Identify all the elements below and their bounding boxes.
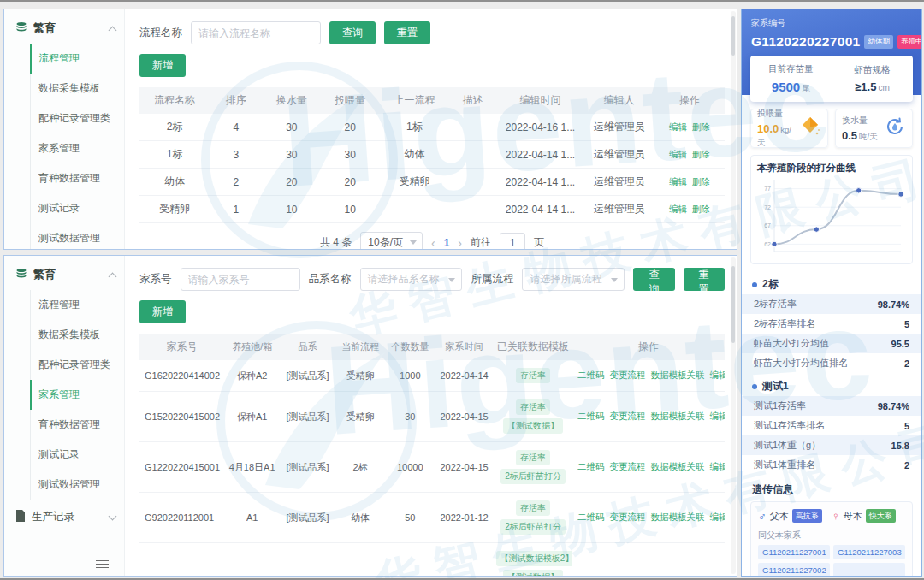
edit-link[interactable]: 编辑: [710, 370, 725, 380]
add-button[interactable]: 新增: [139, 300, 186, 323]
template-assoc-link[interactable]: 数据模板关联: [651, 512, 705, 522]
family-id-pill[interactable]: G1120211227003: [833, 545, 905, 559]
table-cell: A1: [224, 493, 280, 543]
template-tag[interactable]: 存活率: [516, 450, 550, 465]
sidebar-item-menu[interactable]: 测试记录: [4, 440, 124, 470]
prev-page-button[interactable]: ‹: [431, 236, 435, 250]
table-cell: 30: [321, 141, 379, 169]
table-cell: 10: [321, 196, 379, 223]
scrollbar-track[interactable]: [731, 11, 736, 247]
goto-page-input[interactable]: [500, 233, 525, 251]
delete-link[interactable]: 删除: [692, 204, 710, 214]
template-assoc-link[interactable]: 数据模板关联: [651, 370, 705, 380]
column-header: 养殖池/箱: [224, 334, 280, 360]
family-table-row: G920220112001A1[测试品系]幼体502022-01-12存活率2标…: [139, 493, 725, 543]
sidebar-item-menu[interactable]: 配种记录管理类: [4, 350, 124, 380]
qrcode-link[interactable]: 二维码: [578, 411, 605, 421]
sidebar-item-menu[interactable]: 流程管理: [4, 290, 124, 320]
family-id-pill[interactable]: G1120211227001: [758, 545, 830, 559]
change-process-link[interactable]: 变更流程: [610, 411, 646, 421]
template-tag[interactable]: 【测试数据】: [503, 570, 563, 577]
sidebar-item-active[interactable]: 家系管理: [4, 380, 124, 410]
family-id-pill[interactable]: G1120211227002: [758, 563, 830, 576]
next-page-button[interactable]: ›: [458, 236, 462, 250]
table-cell: 2022-04-16 1...: [496, 114, 584, 141]
table-cell: 2022-04-14 1...: [496, 141, 584, 169]
query-button[interactable]: 查询: [329, 21, 376, 44]
sidebar-item-production[interactable]: 生产记录: [4, 500, 124, 533]
scrollbar-track[interactable]: [731, 257, 736, 574]
sidebar-section-breeding[interactable]: 繁育: [4, 256, 124, 290]
reset-button[interactable]: 重置: [384, 21, 430, 44]
delete-link[interactable]: 删除: [692, 121, 710, 132]
edit-link[interactable]: 编辑: [669, 176, 687, 186]
stat-value: 98.74%: [878, 299, 909, 310]
table-cell: [测试品系]: [280, 493, 335, 543]
sidebar-item-menu[interactable]: 测试记录: [4, 193, 124, 223]
qrcode-link[interactable]: 二维码: [578, 370, 605, 380]
strain-select[interactable]: 请选择品系名称: [360, 268, 463, 291]
edit-link[interactable]: 编辑: [669, 204, 687, 214]
scrollbar-thumb[interactable]: [732, 266, 735, 343]
bullet-dot-icon: [752, 282, 757, 287]
template-tag[interactable]: 存活率: [516, 368, 550, 383]
sidebar-item-menu[interactable]: 家系管理: [4, 133, 124, 163]
table-cell: 10000: [385, 442, 435, 493]
table-cell: 1000: [385, 360, 435, 392]
page-number[interactable]: 1: [444, 237, 450, 249]
sidebar-item-menu[interactable]: 育种数据管理: [4, 163, 124, 193]
sidebar-item-menu[interactable]: 数据采集模板: [4, 320, 124, 350]
stat-value: 98.74%: [878, 401, 909, 411]
delete-link[interactable]: 删除: [692, 176, 710, 186]
template-assoc-link[interactable]: 数据模板关联: [651, 461, 705, 471]
change-process-link[interactable]: 变更流程: [610, 512, 646, 522]
family-no-input[interactable]: [181, 268, 300, 291]
edit-link[interactable]: 编辑: [710, 461, 725, 471]
stat-row: 虾苗大小打分均值排名2: [742, 353, 921, 373]
add-button[interactable]: 新增: [139, 54, 186, 77]
sidebar-section-label: 繁育: [33, 21, 56, 36]
query-button[interactable]: 查询: [633, 268, 674, 291]
edit-link[interactable]: 编辑: [710, 411, 725, 421]
column-header: 排序: [210, 87, 263, 114]
sidebar-item-menu[interactable]: 育种数据管理: [4, 410, 124, 440]
app-root: 繁育 流程管理数据采集模板配种记录管理类家系管理育种数据管理测试记录测试数据管理…: [0, 0, 924, 580]
sidebar-section-breeding[interactable]: 繁育: [4, 9, 124, 44]
sidebar-item-menu[interactable]: 测试数据管理: [4, 470, 124, 500]
chart-title: 本养殖阶段的打分曲线: [757, 162, 906, 175]
qrcode-link[interactable]: 二维码: [578, 461, 605, 471]
template-tag[interactable]: 2标后虾苗打分: [500, 469, 566, 484]
template-tag[interactable]: 【测试数据模板2】: [496, 551, 572, 566]
sidebar-item-menu[interactable]: 数据采集模板: [4, 74, 124, 104]
reset-button[interactable]: 重置: [684, 268, 725, 291]
edit-link[interactable]: 编辑: [669, 121, 687, 132]
edit-link[interactable]: 编辑: [669, 149, 687, 159]
template-tag[interactable]: 【测试数据】: [503, 418, 563, 434]
pagination: 共 4 条 10条/页 ‹ 1 › 前往 页: [139, 232, 725, 250]
template-tag[interactable]: 2标后虾苗打分: [500, 519, 566, 535]
male-icon: ♂: [758, 510, 767, 523]
family-id-pill[interactable]: ------: [833, 563, 905, 576]
template-tag[interactable]: 存活率: [516, 500, 550, 516]
process-name-input[interactable]: [191, 21, 321, 44]
collapse-sidebar-icon[interactable]: [96, 560, 109, 568]
family-number-value: G1120220227001: [751, 34, 860, 50]
sidebar-item-active[interactable]: 流程管理: [4, 44, 124, 74]
process-select[interactable]: 请选择所属流程: [522, 268, 625, 291]
change-process-link[interactable]: 变更流程: [610, 461, 646, 471]
sidebar-item-menu[interactable]: 测试数据管理: [4, 223, 124, 250]
sidebar-item-menu[interactable]: 配种记录管理类: [4, 104, 124, 133]
per-page-select[interactable]: 10条/页: [360, 232, 423, 250]
process-table-row: 1标33030幼体2022-04-14 1...运维管理员编辑删除: [139, 141, 725, 169]
template-tag[interactable]: 存活率: [516, 399, 550, 415]
sidebar-menu: 流程管理数据采集模板配种记录管理类家系管理育种数据管理测试记录测试数据管理: [4, 44, 124, 250]
change-process-link[interactable]: 变更流程: [610, 370, 646, 380]
table-cell: 10000: [385, 543, 435, 577]
stat-value: 5: [904, 421, 909, 431]
template-assoc-link[interactable]: 数据模板关联: [651, 411, 705, 421]
qrcode-link[interactable]: 二维码: [578, 512, 605, 522]
edit-link[interactable]: 编辑: [710, 512, 725, 522]
scrollbar-thumb[interactable]: [732, 16, 735, 56]
delete-link[interactable]: 删除: [692, 149, 710, 159]
genetic-card: ♂ 父本 高抗系 ♀ 母本 快大系 同父本家系 G1120211227001G1…: [750, 501, 913, 576]
